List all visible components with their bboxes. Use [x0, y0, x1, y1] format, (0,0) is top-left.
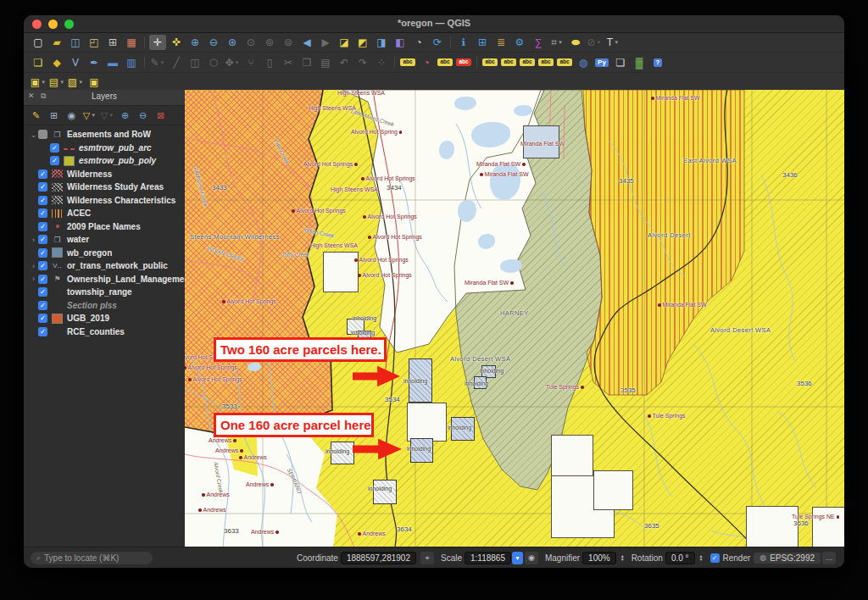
coordinate-value[interactable]: 1888597,281902: [341, 552, 416, 564]
nominatim-search-icon[interactable]: ⊘▼: [586, 35, 603, 50]
layer-item-wilderness[interactable]: ✓Wilderness: [24, 168, 185, 181]
layer-checkbox[interactable]: ✓: [38, 222, 47, 231]
layer-item-rce-counties[interactable]: ✓RCE_counties: [24, 325, 185, 339]
select-by-location-icon[interactable]: ▣: [86, 75, 103, 90]
copy-features-icon[interactable]: ❐: [298, 55, 315, 70]
add-feature-icon[interactable]: ⬡: [205, 55, 222, 70]
filter-by-expression-icon[interactable]: ▽▼: [99, 108, 115, 123]
layer-checkbox[interactable]: ✓: [38, 169, 47, 179]
layer-item-esmtrow-pub-poly[interactable]: ✓esmtrow_pub_poly: [24, 154, 185, 168]
zoom-native-icon[interactable]: ⊜: [280, 35, 297, 50]
title-bar[interactable]: *oregon — QGIS: [24, 15, 844, 33]
measure-icon[interactable]: ⌗▼: [548, 35, 565, 50]
layer-item-or-trans-network-public[interactable]: ›✓V‥or_trans_network_public: [24, 259, 185, 273]
layer-checkbox[interactable]: ✓: [38, 208, 47, 218]
layout-manager-icon[interactable]: ⊞: [104, 35, 121, 50]
open-project-icon[interactable]: ▰: [48, 35, 65, 50]
magnifier-value[interactable]: 100%: [582, 552, 616, 564]
layer-checkbox[interactable]: ✓: [38, 327, 47, 336]
render-checkbox[interactable]: ✓: [710, 553, 720, 563]
new-geopackage-layer-icon[interactable]: ◆: [48, 55, 65, 70]
pin-labels-icon[interactable]: abc: [437, 55, 453, 70]
zoom-to-layer-icon[interactable]: ⊚: [261, 35, 278, 50]
highlight-pinned-labels-icon[interactable]: abc: [455, 55, 472, 70]
epsg-button[interactable]: ◍ EPSG:2992: [754, 553, 821, 564]
expander-icon[interactable]: ›: [29, 262, 38, 270]
digitize-icon[interactable]: ╱: [168, 55, 185, 70]
layer-checkbox[interactable]: ✓: [38, 275, 47, 284]
xy-coords-icon[interactable]: ⁘: [373, 55, 390, 70]
grass-tools-icon[interactable]: ▓: [631, 55, 648, 70]
map-canvas[interactable]: High Steens WSAHigh Steens WSALittle Alv…: [185, 90, 844, 547]
text-annotation-icon[interactable]: T▼: [604, 35, 621, 50]
layer-item-acec[interactable]: ✓ACEC: [24, 207, 185, 220]
layer-item-2009-place-names[interactable]: ✓2009 Place Names: [24, 220, 185, 234]
scale-value[interactable]: 1:118865: [465, 552, 511, 564]
locator-search-input[interactable]: ⌕ Type to locate (⌘K): [31, 552, 153, 564]
layer-checkbox[interactable]: ✓: [38, 287, 47, 297]
show-bookmarks-icon[interactable]: ◩: [354, 35, 371, 50]
open-layer-styling-icon[interactable]: ✎: [28, 108, 44, 123]
layer-checkbox[interactable]: ✓: [38, 196, 47, 205]
manage-map-themes-icon[interactable]: ◉: [64, 108, 80, 123]
collapse-all-icon[interactable]: ⊖: [135, 108, 151, 123]
processing-toolbox-icon[interactable]: ⚙: [511, 35, 528, 50]
layer-item-ugb-2019[interactable]: ✓UGB_2019: [24, 312, 185, 325]
zoom-in-icon[interactable]: ⊕: [186, 35, 203, 50]
remove-layer-icon[interactable]: ⊠: [153, 108, 169, 123]
undo-icon[interactable]: ↶: [336, 55, 353, 70]
layer-labeling-icon[interactable]: abc: [399, 55, 416, 70]
style-manager-icon[interactable]: ▦: [123, 35, 140, 50]
map-tips-icon[interactable]: ⬬: [567, 35, 584, 50]
rotation-stepper[interactable]: ▲▼: [699, 554, 704, 561]
identify-features-icon[interactable]: ℹ: [455, 35, 472, 50]
rotation-value[interactable]: 0.0 °: [665, 552, 695, 564]
layer-checkbox[interactable]: [38, 130, 47, 139]
layer-item-easements-and-row[interactable]: ⌄❐Easements and RoW: [24, 128, 185, 142]
select-by-value-icon[interactable]: ▤▼: [48, 75, 65, 90]
save-project-as-icon[interactable]: ◰: [86, 35, 103, 50]
deselect-features-icon[interactable]: ▧▼: [67, 75, 84, 90]
refresh-map-icon[interactable]: ⟳: [429, 35, 446, 50]
layer-item-section-plss[interactable]: ✓Section plss: [24, 299, 185, 313]
new-temporary-scratch-layer-icon[interactable]: ▥: [123, 55, 140, 70]
add-group-icon[interactable]: ⊞: [46, 108, 62, 123]
layer-checkbox[interactable]: ✓: [38, 248, 47, 258]
cut-features-icon[interactable]: ✂: [280, 55, 297, 70]
zoom-last-icon[interactable]: ◀: [298, 35, 315, 50]
pan-map-icon[interactable]: ✛: [149, 35, 166, 50]
move-feature-icon[interactable]: ✥▼: [224, 55, 241, 70]
layer-checkbox[interactable]: ✓: [38, 235, 47, 244]
zoom-to-selection-icon[interactable]: ⊙: [242, 35, 259, 50]
layer-checkbox[interactable]: ✓: [50, 143, 59, 153]
layer-item-wilderness-characteristics[interactable]: ✓Wilderness Characteristics: [24, 194, 185, 208]
temporal-controller-icon[interactable]: ◔: [410, 35, 427, 50]
layer-checkbox[interactable]: ✓: [38, 301, 47, 310]
layer-item-township-range[interactable]: ✓township_range: [24, 286, 185, 299]
delete-selected-icon[interactable]: ▯: [261, 55, 278, 70]
expander-icon[interactable]: ›: [29, 275, 38, 283]
vertex-tool-icon[interactable]: ⑂: [242, 55, 259, 70]
expander-icon[interactable]: ›: [29, 236, 38, 244]
new-shapefile-layer-icon[interactable]: V: [67, 55, 84, 70]
statistical-summary-icon[interactable]: ∑: [530, 35, 547, 50]
save-project-icon[interactable]: ◫: [67, 35, 84, 50]
new-bookmark-icon[interactable]: ◪: [336, 35, 353, 50]
spatial-bookmarks-icon[interactable]: ◨: [373, 35, 390, 50]
pan-to-selection-icon[interactable]: ✜: [168, 35, 185, 50]
messages-icon[interactable]: …: [822, 552, 836, 564]
redo-icon[interactable]: ↷: [354, 55, 371, 70]
new-project-icon[interactable]: ▢: [30, 35, 47, 50]
pin-unpin-labels-icon[interactable]: abc: [481, 55, 498, 70]
zoom-out-icon[interactable]: ⊖: [205, 35, 222, 50]
python-console-icon[interactable]: Py: [593, 55, 610, 70]
rotate-label-icon[interactable]: abc: [537, 55, 554, 70]
extent-toggle-icon[interactable]: ⌖: [420, 552, 434, 564]
filter-legend-icon[interactable]: ▽▼: [81, 108, 97, 123]
zoom-next-icon[interactable]: ▶: [317, 35, 334, 50]
layer-checkbox[interactable]: ✓: [38, 261, 47, 270]
lock-scale-icon[interactable]: ◉: [525, 552, 538, 564]
show-hide-labels-icon[interactable]: abc: [500, 55, 517, 70]
scale-dropdown-icon[interactable]: ▼: [512, 552, 523, 564]
zoom-full-icon[interactable]: ⊛: [224, 35, 241, 50]
